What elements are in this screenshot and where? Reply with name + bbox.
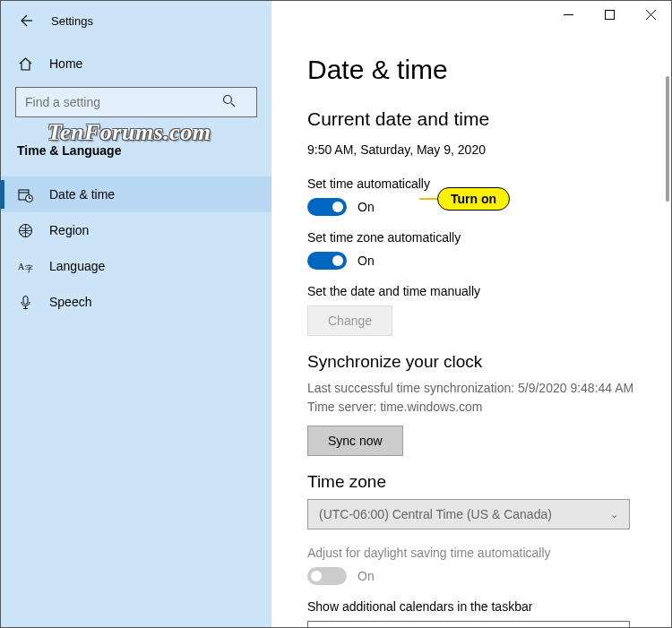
language-icon: A字 (17, 259, 33, 274)
microphone-icon (17, 295, 33, 310)
sidebar-item-language[interactable]: A字 Language (1, 248, 271, 284)
sidebar-home-label: Home (49, 56, 82, 71)
main-content: Date & time Current date and time 9:50 A… (271, 40, 671, 627)
globe-icon (17, 223, 33, 238)
sidebar-home[interactable]: Home (1, 46, 271, 82)
callout-text: Turn on (437, 187, 510, 211)
search-icon (222, 94, 236, 110)
sidebar-category-label: Time & Language (17, 143, 121, 158)
timezone-heading: Time zone (307, 472, 671, 492)
chevron-down-icon: ⌄ (610, 622, 618, 627)
page-title: Date & time (307, 55, 671, 85)
svg-rect-0 (605, 10, 614, 19)
titlebar: Settings (1, 1, 671, 40)
window-title: Settings (51, 14, 93, 28)
svg-text:字: 字 (25, 264, 33, 273)
sync-now-button[interactable]: Sync now (307, 426, 403, 456)
svg-text:A: A (18, 262, 25, 271)
sidebar-item-label: Language (49, 259, 105, 273)
home-icon (17, 56, 33, 72)
current-datetime-heading: Current date and time (307, 108, 671, 130)
set-tz-auto-state: On (358, 254, 375, 268)
sidebar-item-region[interactable]: Region (1, 212, 271, 248)
minimize-button[interactable] (547, 1, 589, 28)
svg-point-1 (224, 96, 232, 104)
chevron-down-icon: ⌄ (610, 500, 618, 529)
add-calendars-select[interactable]: Don't show additional calendars ⌄ (307, 621, 630, 627)
sync-heading: Synchronize your clock (307, 352, 671, 372)
set-tz-auto-toggle[interactable] (307, 252, 347, 270)
scrollbar[interactable] (666, 76, 669, 202)
sidebar-item-label: Date & time (49, 187, 115, 202)
change-button: Change (307, 305, 392, 336)
sidebar: Home Time & Language Date & time (1, 40, 271, 627)
svg-rect-7 (23, 296, 28, 304)
dst-label: Adjust for daylight saving time automati… (307, 546, 671, 560)
set-manual-label: Set the date and time manually (307, 284, 671, 298)
annotation-callout: Turn on (419, 187, 510, 211)
set-tz-auto-label: Set time zone automatically (307, 230, 671, 245)
set-time-auto-toggle[interactable] (307, 198, 347, 216)
current-datetime-value: 9:50 AM, Saturday, May 9, 2020 (307, 142, 671, 157)
add-calendars-value: Don't show additional calendars (319, 622, 495, 627)
dst-state: On (358, 569, 375, 583)
sidebar-item-date-time[interactable]: Date & time (1, 176, 271, 212)
dst-toggle (307, 567, 347, 585)
sidebar-item-label: Region (49, 223, 89, 237)
calendar-clock-icon (17, 187, 33, 202)
close-button[interactable] (630, 1, 671, 28)
timezone-value: (UTC-06:00) Central Time (US & Canada) (319, 500, 552, 529)
timezone-select: (UTC-06:00) Central Time (US & Canada) ⌄ (307, 499, 630, 529)
maximize-button[interactable] (589, 1, 630, 28)
back-icon[interactable] (17, 13, 33, 29)
sidebar-item-speech[interactable]: Speech (1, 284, 271, 320)
sidebar-category: Time & Language (1, 130, 271, 171)
sidebar-item-label: Speech (49, 295, 91, 309)
sync-last-text: Last successful time synchronization: 5/… (307, 379, 671, 398)
sync-server-text: Time server: time.windows.com (307, 398, 671, 417)
add-calendars-label: Show additional calendars in the taskbar (307, 599, 671, 614)
set-time-auto-state: On (358, 200, 375, 214)
search-input[interactable] (15, 87, 257, 117)
